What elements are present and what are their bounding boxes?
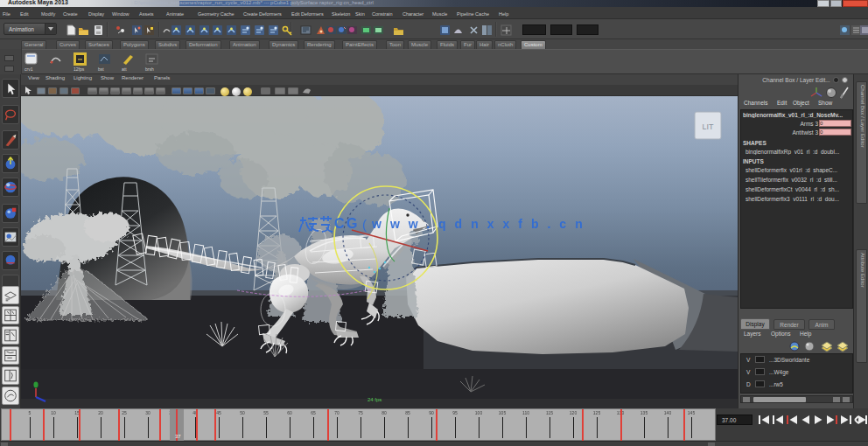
svg-text:24 fps: 24 fps: [368, 397, 382, 402]
svg-text:LIT: LIT: [702, 122, 714, 131]
svg-text:www.qdnxxfb.cn: www.qdnxxfb.cn: [371, 217, 592, 231]
svg-text:CG: CG: [334, 216, 360, 231]
svg-text:(: (: [362, 217, 367, 232]
